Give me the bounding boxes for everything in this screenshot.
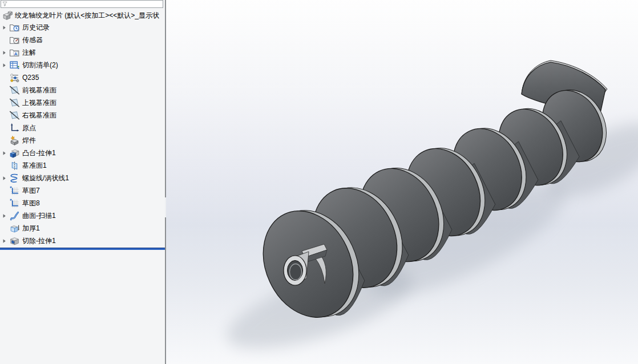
tree-item-sensors-folder[interactable]: 传感器 bbox=[0, 34, 165, 46]
tree-item-sketch[interactable]: 草图7 bbox=[0, 184, 165, 197]
weldment-icon bbox=[9, 135, 20, 146]
tree-item-thicken[interactable]: 加厚1 bbox=[0, 222, 165, 234]
sketch-icon bbox=[9, 185, 20, 196]
sensors-folder-icon bbox=[9, 35, 20, 46]
tree-item-ref-plane[interactable]: 前视基准面 bbox=[0, 84, 165, 96]
expand-arrow-spacer bbox=[2, 124, 9, 131]
tree-filter-box[interactable] bbox=[1, 0, 163, 8]
expand-arrow-spacer bbox=[2, 112, 9, 119]
expand-arrow-spacer bbox=[2, 37, 9, 43]
tree-item-origin[interactable]: 原点 bbox=[0, 122, 165, 134]
expand-arrow-icon[interactable] bbox=[2, 149, 9, 156]
feature-tree: 历史记录传感器注解切割清单(2)Q235前视基准面上视基准面右视基准面原点焊件凸… bbox=[0, 21, 165, 247]
tree-item-label: 草图8 bbox=[22, 199, 40, 208]
part-name: 绞龙轴绞龙叶片 (默认<按加工><<默认>_显示状 bbox=[15, 11, 159, 21]
history-folder-icon bbox=[9, 22, 20, 33]
tree-item-label: 注解 bbox=[22, 48, 36, 58]
feature-manager-panel: 绞龙轴绞龙叶片 (默认<按加工><<默认>_显示状 历史记录传感器注解切割清单(… bbox=[0, 0, 166, 364]
expand-arrow-icon[interactable] bbox=[2, 212, 9, 219]
tree-item-cut-extrude[interactable]: 切除-拉伸1 bbox=[0, 234, 165, 247]
tree-item-annotations-folder[interactable]: 注解 bbox=[0, 46, 165, 59]
annotations-folder-icon bbox=[9, 47, 20, 58]
tree-item-material[interactable]: Q235 bbox=[0, 71, 165, 84]
tree-item-history-folder[interactable]: 历史记录 bbox=[0, 21, 165, 34]
ref-plane-icon bbox=[9, 110, 20, 121]
expand-arrow-spacer bbox=[2, 162, 9, 169]
tree-filter-input[interactable] bbox=[8, 1, 163, 7]
tree-item-cut-list[interactable]: 切割清单(2) bbox=[0, 59, 165, 71]
tree-item-label: Q235 bbox=[22, 74, 39, 82]
expand-arrow-spacer bbox=[2, 74, 9, 81]
tree-item-ref-plane[interactable]: 右视基准面 bbox=[0, 109, 165, 122]
surface-sweep-icon bbox=[9, 211, 20, 221]
graphics-viewport[interactable] bbox=[166, 0, 638, 364]
part-icon bbox=[2, 10, 13, 21]
tree-item-label: 切除-拉伸1 bbox=[22, 236, 56, 246]
tree-item-label: 原点 bbox=[22, 123, 36, 133]
expand-arrow-icon[interactable] bbox=[2, 49, 9, 56]
expand-arrow-icon[interactable] bbox=[2, 237, 9, 244]
tree-item-sketch[interactable]: 草图8 bbox=[0, 197, 165, 209]
tree-item-label: 基准面1 bbox=[22, 161, 47, 171]
filter-funnel-icon bbox=[2, 1, 8, 7]
helix-icon bbox=[9, 173, 20, 184]
boss-extrude-icon bbox=[9, 148, 20, 159]
rollback-bar[interactable] bbox=[0, 248, 165, 250]
plane1-icon bbox=[9, 160, 20, 171]
expand-arrow-spacer bbox=[2, 137, 9, 144]
tree-item-label: 草图7 bbox=[22, 186, 40, 196]
tree-item-label: 焊件 bbox=[22, 136, 36, 145]
expand-arrow-icon[interactable] bbox=[2, 62, 9, 68]
tree-item-label: 曲面-扫描1 bbox=[22, 211, 56, 221]
expand-arrow-spacer bbox=[2, 99, 9, 106]
ref-plane-icon bbox=[9, 85, 20, 96]
tree-item-label: 前视基准面 bbox=[22, 86, 56, 95]
expand-arrow-spacer bbox=[2, 187, 9, 194]
tree-item-part-root[interactable]: 绞龙轴绞龙叶片 (默认<按加工><<默认>_显示状 bbox=[0, 10, 165, 21]
expand-arrow-spacer bbox=[2, 225, 9, 232]
tree-item-label: 右视基准面 bbox=[22, 111, 56, 120]
cut-extrude-icon bbox=[9, 236, 20, 246]
tree-item-surface-sweep[interactable]: 曲面-扫描1 bbox=[0, 209, 165, 222]
tree-item-label: 上视基准面 bbox=[22, 98, 56, 108]
tree-item-label: 凸台-拉伸1 bbox=[22, 148, 56, 158]
ref-plane-icon bbox=[9, 98, 20, 108]
tree-item-ref-plane[interactable]: 上视基准面 bbox=[0, 96, 165, 109]
tree-item-label: 传感器 bbox=[22, 35, 43, 45]
solidworks-window: 绞龙轴绞龙叶片 (默认<按加工><<默认>_显示状 历史记录传感器注解切割清单(… bbox=[0, 0, 638, 364]
tree-item-plane1[interactable]: 基准面1 bbox=[0, 159, 165, 172]
tree-item-boss-extrude[interactable]: 凸台-拉伸1 bbox=[0, 147, 165, 159]
expand-arrow-icon[interactable] bbox=[2, 175, 9, 181]
sketch-icon bbox=[9, 198, 20, 209]
origin-icon bbox=[9, 123, 20, 134]
tree-item-label: 切割清单(2) bbox=[22, 60, 58, 70]
thicken-icon bbox=[9, 223, 20, 234]
cut-list-icon bbox=[9, 60, 20, 71]
tree-item-weldment[interactable]: 焊件 bbox=[0, 134, 165, 147]
expand-arrow-spacer bbox=[2, 200, 9, 207]
tree-item-helix[interactable]: 螺旋线/涡状线1 bbox=[0, 172, 165, 184]
expand-arrow-spacer bbox=[2, 87, 9, 94]
material-icon bbox=[9, 72, 20, 83]
tree-item-label: 螺旋线/涡状线1 bbox=[22, 173, 69, 183]
expand-arrow-icon[interactable] bbox=[2, 24, 9, 31]
tree-item-label: 加厚1 bbox=[22, 224, 40, 233]
tree-item-label: 历史记录 bbox=[22, 23, 50, 33]
auger-3d-model bbox=[166, 0, 638, 364]
